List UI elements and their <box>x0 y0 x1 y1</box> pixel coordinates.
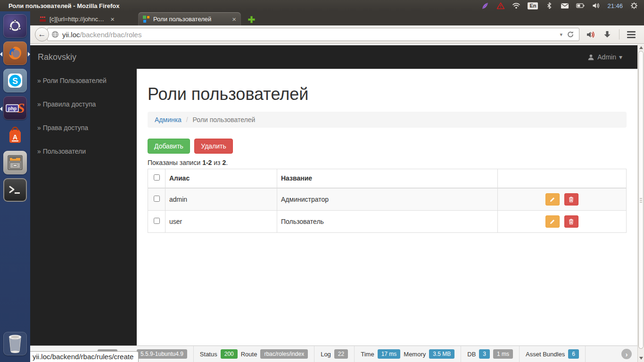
pencil-icon <box>549 196 556 203</box>
url-bar[interactable]: yii.loc/backend/rbac/roles ▾ <box>47 28 579 41</box>
time-badge: 17 ms <box>378 349 401 359</box>
url-text: yii.loc/backend/rbac/roles <box>62 31 141 39</box>
navigation-toolbar: ← yii.loc/backend/rbac/roles ▾ <box>30 25 644 44</box>
running-indicator <box>0 107 2 111</box>
window-title: Роли пользователей - Mozilla Firefox <box>8 2 119 9</box>
launcher-item-trash[interactable] <box>3 332 27 355</box>
delete-row-button[interactable] <box>564 215 578 228</box>
tab-forum[interactable]: [c][url=http://johnc… × <box>35 12 119 25</box>
user-name: Admin <box>597 53 616 61</box>
tab-close-icon[interactable]: × <box>110 16 115 23</box>
session-gear-icon[interactable] <box>630 1 638 10</box>
tab-close-icon[interactable]: × <box>232 16 236 23</box>
add-button[interactable]: Добавить <box>148 139 190 154</box>
edit-button[interactable] <box>545 215 560 228</box>
launcher-item-skype[interactable]: S <box>3 69 27 92</box>
launcher-item-phpstorm[interactable]: Sphp <box>3 96 27 120</box>
launcher-item-ubuntu-dash[interactable] <box>3 14 27 38</box>
assets-label: Asset Bundles <box>526 351 565 358</box>
unity-launcher: S Sphp A <box>0 11 30 362</box>
cell-name: Администратор <box>277 188 498 211</box>
tab-strip: [c][url=http://johnc… × Роли пользовател… <box>30 11 644 25</box>
debug-db-block[interactable]: DB 3 1 ms <box>461 346 520 362</box>
url-dropdown-icon[interactable]: ▾ <box>560 32 562 38</box>
app-sidebar: » Роли Пользователей » Правила доступа »… <box>30 69 137 346</box>
toolbar-icons <box>579 29 639 40</box>
select-all-checkbox[interactable] <box>154 174 160 181</box>
cell-name: Пользователь <box>277 210 498 232</box>
launcher-item-file-archiver[interactable] <box>3 151 27 174</box>
breadcrumb: Админка / Роли пользователей <box>148 112 627 128</box>
time-label: Time <box>361 351 374 358</box>
log-badge: 22 <box>334 349 348 359</box>
plus-icon <box>248 16 256 24</box>
main-content: Роли пользователей Админка / Роли пользо… <box>137 69 637 346</box>
back-button[interactable]: ← <box>35 27 49 41</box>
svg-text:php: php <box>8 106 17 111</box>
new-tab-button[interactable] <box>244 13 258 25</box>
user-icon <box>587 54 594 61</box>
launcher-item-terminal[interactable] <box>3 178 27 202</box>
app-brand[interactable]: Rakovskiy <box>38 45 76 69</box>
debug-log-block[interactable]: Log 22 <box>314 346 355 362</box>
audio-indicator-icon[interactable] <box>586 31 595 39</box>
debug-assets-block[interactable]: Asset Bundles 6 <box>520 346 586 362</box>
tab-roles[interactable]: Роли пользователей × <box>139 12 240 25</box>
url-path: /backend/rbac/roles <box>80 31 142 39</box>
tab-favicon <box>39 16 46 23</box>
table-header-row: Алиас Название <box>148 169 627 188</box>
sidebar-item-rules[interactable]: » Правила доступа <box>30 92 137 116</box>
phpstorm-icon: Sphp <box>5 99 25 117</box>
firefox-icon <box>6 44 24 62</box>
file-archiver-icon <box>6 154 24 171</box>
breadcrumb-home-link[interactable]: Админка <box>155 116 182 123</box>
memory-label: Memory <box>404 351 426 358</box>
edit-button[interactable] <box>545 193 560 206</box>
warning-icon[interactable] <box>496 1 505 10</box>
mail-icon[interactable] <box>561 1 569 10</box>
delete-button[interactable]: Удалить <box>194 139 232 154</box>
header-actions <box>498 169 627 188</box>
scroll-down-icon[interactable] <box>639 357 643 360</box>
panel-clock[interactable]: 21:46 <box>607 2 623 9</box>
launcher-item-software-center[interactable]: A <box>3 123 27 147</box>
system-tray: En 21:46 <box>481 1 644 10</box>
skype-icon: S <box>6 72 24 90</box>
page-title: Роли пользователей <box>148 84 627 104</box>
battery-icon[interactable] <box>576 1 585 10</box>
trash-icon <box>568 218 574 225</box>
row-checkbox[interactable] <box>154 218 160 224</box>
cell-actions <box>498 188 627 211</box>
cell-alias: admin <box>165 188 277 211</box>
volume-icon[interactable] <box>592 1 600 10</box>
pencil-icon <box>549 218 556 225</box>
keyboard-layout-indicator[interactable]: En <box>528 2 538 9</box>
ubuntu-top-panel: Роли пользователей - Mozilla Firefox En … <box>0 0 644 11</box>
menu-icon[interactable] <box>627 31 636 38</box>
header-name[interactable]: Название <box>277 169 498 188</box>
quill-indicator-icon[interactable] <box>481 1 489 10</box>
sidebar-item-permissions[interactable]: » Права доступа <box>30 116 137 140</box>
status-badge: 200 <box>221 349 238 359</box>
sidebar-item-roles[interactable]: » Роли Пользователей <box>30 69 137 92</box>
vertical-scrollbar[interactable] <box>637 44 644 362</box>
row-checkbox[interactable] <box>154 196 160 202</box>
reload-icon[interactable] <box>567 31 574 38</box>
scrollbar-thumb[interactable] <box>638 51 644 349</box>
debug-request-block[interactable]: Status 200 Route rbac/roles/index <box>194 346 314 362</box>
log-label: Log <box>321 351 331 358</box>
tab-title: Роли пользователей <box>153 16 229 23</box>
wifi-icon[interactable] <box>512 1 520 10</box>
bluetooth-icon[interactable] <box>545 1 553 10</box>
delete-row-button[interactable] <box>564 193 578 206</box>
header-alias[interactable]: Алиас <box>165 169 277 188</box>
cell-alias: user <box>165 210 277 232</box>
toolbar-separator <box>619 29 619 40</box>
scroll-up-icon[interactable] <box>639 46 643 49</box>
launcher-item-firefox[interactable] <box>3 41 27 65</box>
sidebar-item-users[interactable]: » Пользователи <box>30 140 137 163</box>
debug-profiling-block[interactable]: Time 17 ms Memory 3.5 MB <box>355 346 461 362</box>
debugbar-expand-button[interactable]: › <box>621 349 632 359</box>
download-icon[interactable] <box>603 30 611 39</box>
user-dropdown[interactable]: Admin ▾ <box>587 45 622 69</box>
